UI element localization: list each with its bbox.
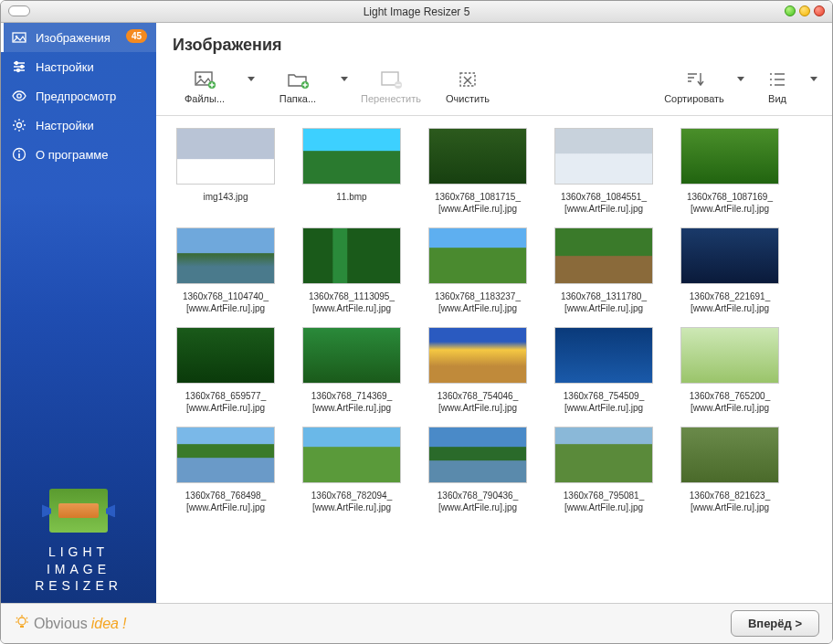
window-title: Light Image Resizer 5 — [364, 5, 470, 18]
thumbnail-filename: 1360x768_768498_ [www.ArtFile.ru].jpg — [169, 491, 282, 513]
footer: Obviousidea! Вперёд > — [1, 603, 832, 643]
sidebar-item-preview[interactable]: Предпросмотр — [1, 81, 156, 111]
thumbnail-cell: 1360x768_821623_ [www.ArtFile.ru].jpg — [671, 427, 788, 513]
image-count-badge: 45 — [126, 29, 147, 43]
thumbnail-image[interactable] — [554, 128, 653, 185]
thumbnail-image[interactable] — [554, 227, 653, 284]
toolbar-label: Очистить — [446, 93, 490, 104]
thumbnail-image[interactable] — [554, 427, 653, 483]
thumbnail-cell: 1360x768_754046_ [www.ArtFile.ru].jpg — [419, 327, 536, 414]
thumbnail-image[interactable] — [176, 128, 275, 185]
toolbar-label: Папка... — [279, 93, 316, 104]
view-icon — [765, 69, 789, 90]
thumbnail-cell: 11.bmp — [293, 128, 410, 215]
info-icon — [12, 147, 26, 162]
thumbnail-image[interactable] — [428, 227, 527, 284]
thumbnail-filename: 1360x768_1081715_ [www.ArtFile.ru].jpg — [421, 192, 534, 215]
thumbnail-image[interactable] — [176, 427, 275, 483]
add-folder-button[interactable]: Папка... — [262, 66, 333, 108]
thumbnail-image[interactable] — [680, 327, 779, 384]
thumbnail-filename: 1360x768_1104740_ [www.ArtFile.ru].jpg — [169, 291, 282, 314]
thumbnail-area: img143.jpg11.bmp1360x768_1081715_ [www.A… — [156, 116, 832, 603]
thumbnail-image[interactable] — [680, 128, 779, 185]
thumbnail-cell: 1360x768_221691_ [www.ArtFile.ru].jpg — [671, 227, 788, 314]
thumbnail-image[interactable] — [302, 128, 401, 185]
thumbnail-cell: 1360x768_1183237_ [www.ArtFile.ru].jpg — [419, 227, 536, 314]
thumbnail-cell: 1360x768_1081715_ [www.ArtFile.ru].jpg — [419, 128, 536, 215]
sidebar: Изображения 45 Настройки Предпросмотр — [1, 23, 156, 603]
thumbnail-filename: 11.bmp — [295, 192, 408, 214]
body: Изображения 45 Настройки Предпросмотр — [1, 23, 832, 603]
app-logo-icon — [49, 489, 108, 533]
thumbnail-cell: 1360x768_754509_ [www.ArtFile.ru].jpg — [545, 327, 662, 414]
thumbnail-image[interactable] — [554, 327, 653, 384]
sort-icon — [682, 69, 706, 90]
thumbnail-scroll[interactable]: img143.jpg11.bmp1360x768_1081715_ [www.A… — [156, 117, 832, 603]
thumbnail-cell: 1360x768_1104740_ [www.ArtFile.ru].jpg — [167, 227, 284, 314]
thumbnail-cell: img143.jpg — [167, 128, 284, 215]
sidebar-item-settings[interactable]: Настройки — [1, 52, 156, 81]
next-button[interactable]: Вперёд > — [731, 610, 819, 637]
svg-point-14 — [198, 75, 201, 78]
svg-point-6 — [21, 66, 24, 69]
sort-dropdown[interactable] — [735, 66, 746, 81]
thumbnail-cell: 1360x768_790436_ [www.ArtFile.ru].jpg — [419, 427, 536, 513]
thumbnail-cell: 1360x768_714369_ [www.ArtFile.ru].jpg — [293, 327, 410, 414]
vendor-text-a: Obvious — [34, 616, 88, 632]
thumbnail-image[interactable] — [176, 327, 275, 384]
thumbnail-cell: 1360x768_765200_ [www.ArtFile.ru].jpg — [671, 327, 788, 414]
thumbnail-filename: 1360x768_1084551_ [www.ArtFile.ru].jpg — [547, 192, 660, 215]
sidebar-item-label: Настройки — [36, 119, 94, 132]
maximize-button[interactable] — [799, 5, 810, 16]
folder-add-icon — [286, 69, 310, 90]
thumbnail-cell: 1360x768_768498_ [www.ArtFile.ru].jpg — [167, 427, 284, 513]
view-dropdown[interactable] — [808, 66, 819, 81]
sort-button[interactable]: Сортировать — [659, 66, 730, 108]
thumbnail-image[interactable] — [428, 128, 527, 185]
close-button[interactable] — [814, 5, 825, 16]
thumbnail-grid: img143.jpg11.bmp1360x768_1081715_ [www.A… — [167, 128, 823, 513]
window-controls — [785, 5, 825, 16]
bulb-icon — [14, 614, 30, 634]
sidebar-item-about[interactable]: О программе — [1, 140, 156, 169]
thumbnail-filename: 1360x768_754509_ [www.ArtFile.ru].jpg — [547, 391, 660, 414]
svg-point-5 — [16, 62, 18, 65]
thumbnail-image[interactable] — [680, 427, 779, 483]
thumbnail-image[interactable] — [302, 427, 401, 483]
file-add-icon — [193, 69, 216, 90]
thumbnail-filename: 1360x768_790436_ [www.ArtFile.ru].jpg — [421, 491, 534, 513]
view-button[interactable]: Вид — [752, 66, 803, 108]
sidebar-item-options[interactable]: Настройки — [1, 111, 156, 140]
add-files-button[interactable]: Файлы... — [169, 66, 240, 108]
move-button: Перенестить — [355, 66, 427, 108]
eye-icon — [12, 89, 26, 103]
thumbnail-image[interactable] — [302, 227, 401, 284]
thumbnail-image[interactable] — [176, 227, 275, 284]
sidebar-item-label: Предпросмотр — [36, 90, 116, 103]
vendor-logo[interactable]: Obviousidea! — [14, 614, 126, 634]
svg-point-12 — [18, 151, 20, 153]
move-icon — [379, 69, 403, 90]
svg-point-29 — [18, 618, 26, 625]
thumbnail-cell: 1360x768_1087169_ [www.ArtFile.ru].jpg — [671, 128, 788, 215]
thumbnail-cell: 1360x768_1113095_ [www.ArtFile.ru].jpg — [293, 227, 410, 314]
logo-line3: RESIZER — [10, 577, 147, 594]
images-icon — [12, 30, 26, 45]
thumbnail-image[interactable] — [680, 227, 779, 284]
svg-point-8 — [17, 94, 21, 98]
minimize-button[interactable] — [785, 5, 796, 16]
page-title: Изображения — [156, 23, 832, 62]
svg-point-7 — [17, 69, 20, 72]
add-folder-dropdown[interactable] — [339, 66, 350, 81]
thumbnail-image[interactable] — [428, 427, 527, 483]
toolbar-label: Сортировать — [664, 93, 724, 104]
vendor-text-c: ! — [122, 616, 126, 632]
thumbnail-image[interactable] — [428, 327, 527, 384]
thumbnail-image[interactable] — [302, 327, 401, 384]
thumbnail-cell: 1360x768_1311780_ [www.ArtFile.ru].jpg — [545, 227, 662, 314]
clear-icon — [456, 69, 480, 90]
add-files-dropdown[interactable] — [246, 66, 257, 81]
sidebar-item-images[interactable]: Изображения 45 — [1, 23, 156, 52]
clear-button[interactable]: Очистить — [432, 66, 503, 108]
thumbnail-filename: 1360x768_1311780_ [www.ArtFile.ru].jpg — [547, 291, 660, 314]
